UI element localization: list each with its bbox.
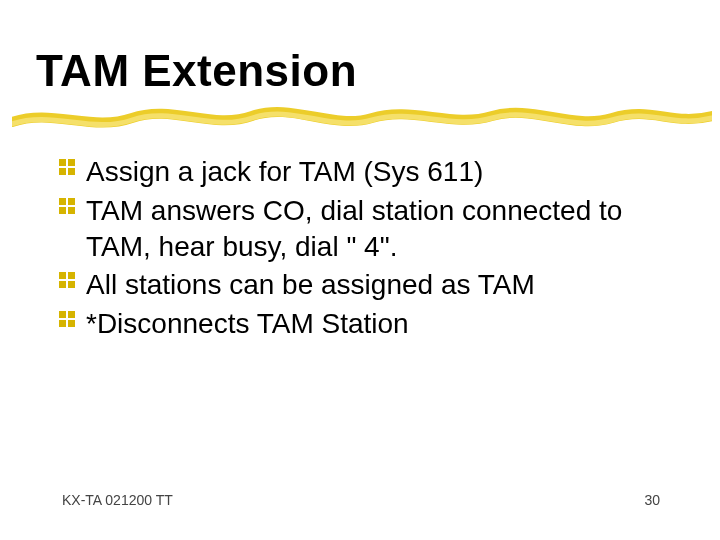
svg-rect-6 [59,207,66,214]
svg-rect-2 [59,168,66,175]
bullet-text: Assign a jack for TAM (Sys 611) [86,156,483,187]
svg-rect-4 [59,198,66,205]
slide: TAM Extension Assign a jack for TAM (Sys… [0,0,720,540]
svg-rect-13 [68,311,75,318]
bullet-item: *Disconnects TAM Station [58,306,660,342]
bullet-icon [58,158,76,176]
svg-rect-9 [68,272,75,279]
bullet-icon [58,197,76,215]
svg-rect-0 [59,159,66,166]
svg-rect-12 [59,311,66,318]
svg-rect-10 [59,281,66,288]
bullet-text: All stations can be assigned as TAM [86,269,535,300]
bullet-text: TAM answers CO, dial station connected t… [86,195,622,262]
title-underline-decoration [12,104,712,134]
footer-left-text: KX-TA 021200 TT [62,492,173,508]
svg-rect-1 [68,159,75,166]
svg-rect-3 [68,168,75,175]
svg-rect-14 [59,320,66,327]
bullet-text: *Disconnects TAM Station [86,308,409,339]
bullet-item: Assign a jack for TAM (Sys 611) [58,154,660,190]
bullet-item: All stations can be assigned as TAM [58,267,660,303]
svg-rect-11 [68,281,75,288]
slide-number: 30 [644,492,660,508]
svg-rect-5 [68,198,75,205]
svg-rect-7 [68,207,75,214]
bullet-item: TAM answers CO, dial station connected t… [58,193,660,265]
slide-body: Assign a jack for TAM (Sys 611) TAM answ… [58,154,660,345]
bullet-icon [58,271,76,289]
svg-rect-8 [59,272,66,279]
bullet-icon [58,310,76,328]
svg-rect-15 [68,320,75,327]
slide-title: TAM Extension [36,46,357,96]
